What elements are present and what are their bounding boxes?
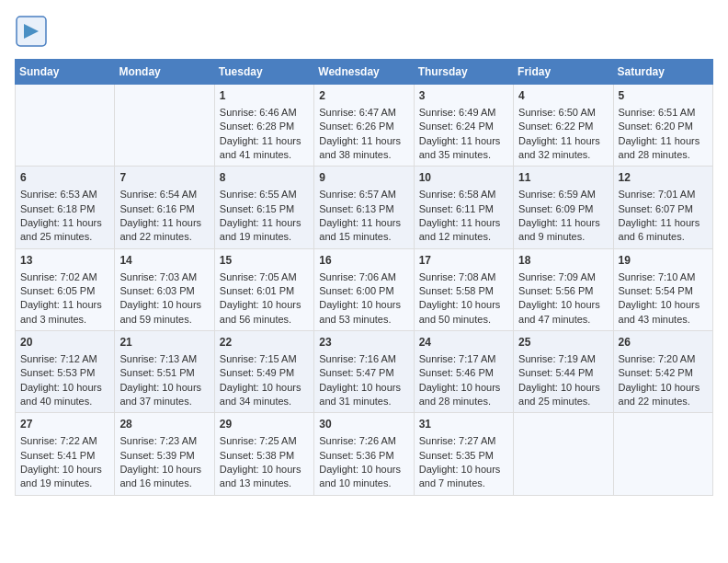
calendar-day-cell: 19Sunrise: 7:10 AMSunset: 5:54 PMDayligh…	[613, 248, 712, 330]
daylight-text: Daylight: 10 hours and 56 minutes.	[220, 298, 309, 327]
sunset-text: Sunset: 6:20 PM	[619, 120, 708, 133]
day-number: 4	[518, 88, 608, 104]
calendar-day-cell: 8Sunrise: 6:55 AMSunset: 6:15 PMDaylight…	[214, 167, 313, 248]
sunrise-text: Sunrise: 7:20 AM	[619, 352, 708, 366]
calendar-day-cell: 30Sunrise: 7:26 AMSunset: 5:36 PMDayligh…	[314, 413, 414, 495]
day-number: 21	[119, 335, 209, 350]
sunrise-text: Sunrise: 6:50 AM	[518, 106, 608, 120]
daylight-text: Daylight: 11 hours and 15 minutes.	[319, 216, 408, 245]
calendar-day-cell: 12Sunrise: 7:01 AMSunset: 6:07 PMDayligh…	[613, 167, 712, 248]
calendar-day-cell	[514, 413, 613, 495]
daylight-text: Daylight: 10 hours and 28 minutes.	[419, 381, 508, 409]
sunset-text: Sunset: 6:18 PM	[20, 202, 109, 216]
daylight-text: Daylight: 10 hours and 10 minutes.	[319, 463, 408, 491]
sunrise-text: Sunrise: 7:17 AM	[419, 352, 508, 366]
daylight-text: Daylight: 10 hours and 43 minutes.	[619, 298, 708, 327]
day-number: 28	[119, 417, 209, 432]
calendar-day-cell: 11Sunrise: 6:59 AMSunset: 6:09 PMDayligh…	[514, 167, 613, 248]
calendar-day-cell: 9Sunrise: 6:57 AMSunset: 6:13 PMDaylight…	[314, 167, 414, 248]
weekday-header: Tuesday	[214, 60, 313, 85]
daylight-text: Daylight: 10 hours and 59 minutes.	[119, 298, 209, 327]
day-number: 15	[220, 253, 309, 269]
daylight-text: Daylight: 11 hours and 32 minutes.	[518, 134, 608, 163]
sunset-text: Sunset: 6:00 PM	[319, 284, 408, 298]
sunset-text: Sunset: 6:11 PM	[419, 202, 508, 216]
sunrise-text: Sunrise: 7:12 AM	[20, 352, 109, 366]
daylight-text: Daylight: 10 hours and 25 minutes.	[518, 381, 608, 409]
calendar-day-cell: 20Sunrise: 7:12 AMSunset: 5:53 PMDayligh…	[16, 331, 115, 413]
weekday-header: Friday	[514, 60, 613, 85]
day-number: 14	[119, 253, 209, 269]
calendar-day-cell: 27Sunrise: 7:22 AMSunset: 5:41 PMDayligh…	[16, 413, 115, 495]
calendar-header-row: SundayMondayTuesdayWednesdayThursdayFrid…	[16, 60, 713, 85]
day-number: 17	[419, 253, 508, 269]
calendar-day-cell: 7Sunrise: 6:54 AMSunset: 6:16 PMDaylight…	[115, 167, 214, 248]
sunrise-text: Sunrise: 6:53 AM	[20, 188, 109, 201]
sunset-text: Sunset: 5:39 PM	[119, 449, 209, 463]
sunrise-text: Sunrise: 6:59 AM	[518, 188, 608, 201]
sunset-text: Sunset: 6:24 PM	[419, 120, 508, 133]
sunset-text: Sunset: 6:13 PM	[319, 202, 408, 216]
calendar-day-cell: 14Sunrise: 7:03 AMSunset: 6:03 PMDayligh…	[115, 248, 214, 330]
daylight-text: Daylight: 10 hours and 19 minutes.	[20, 463, 109, 491]
calendar-day-cell	[613, 413, 712, 495]
sunset-text: Sunset: 5:49 PM	[220, 366, 309, 380]
weekday-header: Wednesday	[314, 60, 414, 85]
sunset-text: Sunset: 5:44 PM	[518, 366, 608, 380]
calendar-week-row: 6Sunrise: 6:53 AMSunset: 6:18 PMDaylight…	[16, 167, 713, 248]
daylight-text: Daylight: 10 hours and 34 minutes.	[220, 381, 309, 409]
day-number: 9	[319, 170, 408, 186]
sunset-text: Sunset: 5:46 PM	[419, 366, 508, 380]
calendar-day-cell: 6Sunrise: 6:53 AMSunset: 6:18 PMDaylight…	[16, 167, 115, 248]
sunrise-text: Sunrise: 6:58 AM	[419, 188, 508, 201]
sunset-text: Sunset: 6:15 PM	[220, 202, 309, 216]
day-number: 11	[518, 170, 608, 186]
calendar-day-cell: 2Sunrise: 6:47 AMSunset: 6:26 PMDaylight…	[314, 85, 414, 167]
calendar-day-cell: 26Sunrise: 7:20 AMSunset: 5:42 PMDayligh…	[613, 331, 712, 413]
day-number: 22	[220, 335, 309, 350]
sunset-text: Sunset: 5:58 PM	[419, 284, 508, 298]
sunrise-text: Sunrise: 7:03 AM	[119, 270, 209, 284]
day-number: 12	[619, 170, 708, 186]
calendar-day-cell	[115, 85, 214, 167]
sunset-text: Sunset: 5:47 PM	[319, 366, 408, 380]
sunrise-text: Sunrise: 7:06 AM	[319, 270, 408, 284]
calendar-day-cell: 15Sunrise: 7:05 AMSunset: 6:01 PMDayligh…	[214, 248, 313, 330]
calendar-day-cell: 18Sunrise: 7:09 AMSunset: 5:56 PMDayligh…	[514, 248, 613, 330]
day-number: 31	[419, 417, 508, 432]
sunset-text: Sunset: 6:22 PM	[518, 120, 608, 133]
weekday-header: Saturday	[613, 60, 712, 85]
sunset-text: Sunset: 6:05 PM	[20, 284, 109, 298]
sunrise-text: Sunrise: 7:25 AM	[220, 434, 309, 448]
calendar-day-cell: 31Sunrise: 7:27 AMSunset: 5:35 PMDayligh…	[414, 413, 513, 495]
daylight-text: Daylight: 11 hours and 3 minutes.	[20, 298, 109, 327]
sunrise-text: Sunrise: 6:51 AM	[619, 106, 708, 120]
sunrise-text: Sunrise: 7:01 AM	[619, 188, 708, 201]
sunrise-text: Sunrise: 6:49 AM	[419, 106, 508, 120]
calendar-day-cell: 29Sunrise: 7:25 AMSunset: 5:38 PMDayligh…	[214, 413, 313, 495]
sunrise-text: Sunrise: 7:09 AM	[518, 270, 608, 284]
sunrise-text: Sunrise: 6:47 AM	[319, 106, 408, 120]
day-number: 7	[119, 170, 209, 186]
weekday-header: Sunday	[16, 60, 115, 85]
calendar-day-cell: 10Sunrise: 6:58 AMSunset: 6:11 PMDayligh…	[414, 167, 513, 248]
calendar-day-cell: 3Sunrise: 6:49 AMSunset: 6:24 PMDaylight…	[414, 85, 513, 167]
sunrise-text: Sunrise: 7:23 AM	[119, 434, 209, 448]
daylight-text: Daylight: 10 hours and 13 minutes.	[220, 463, 309, 491]
sunset-text: Sunset: 5:38 PM	[220, 449, 309, 463]
calendar-day-cell: 1Sunrise: 6:46 AMSunset: 6:28 PMDaylight…	[214, 85, 313, 167]
day-number: 16	[319, 253, 408, 269]
calendar-table: SundayMondayTuesdayWednesdayThursdayFrid…	[15, 59, 713, 496]
sunrise-text: Sunrise: 7:16 AM	[319, 352, 408, 366]
sunrise-text: Sunrise: 7:08 AM	[419, 270, 508, 284]
sunset-text: Sunset: 5:56 PM	[518, 284, 608, 298]
day-number: 20	[20, 335, 109, 350]
day-number: 23	[319, 335, 408, 350]
logo	[15, 15, 51, 48]
sunset-text: Sunset: 6:16 PM	[119, 202, 209, 216]
day-number: 18	[518, 253, 608, 269]
day-number: 13	[20, 253, 109, 269]
daylight-text: Daylight: 11 hours and 28 minutes.	[619, 134, 708, 163]
day-number: 8	[220, 170, 309, 186]
sunset-text: Sunset: 5:54 PM	[619, 284, 708, 298]
